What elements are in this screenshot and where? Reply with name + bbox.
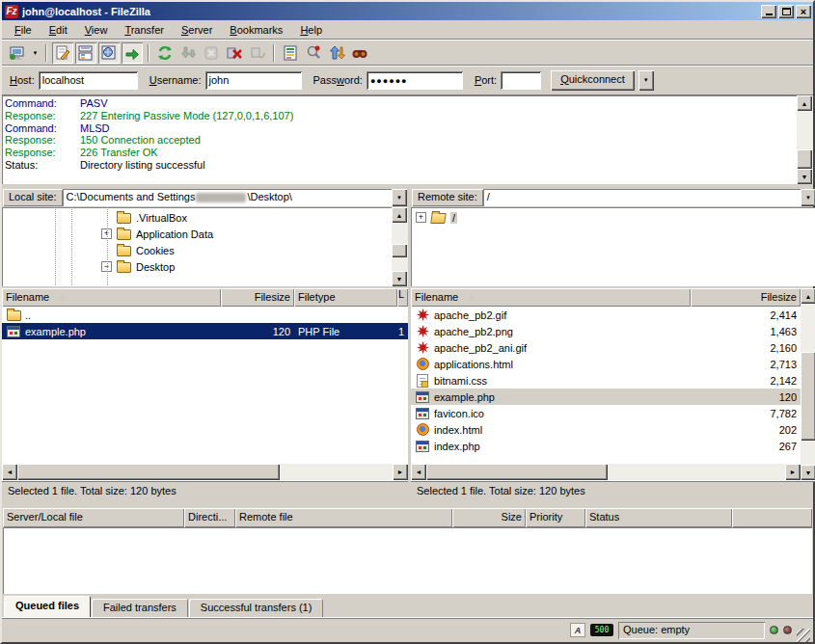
host-input[interactable]: localhost xyxy=(39,71,138,90)
remote-site-row: Remote site: / ▼ xyxy=(411,188,815,207)
quickconnect-dropdown-icon[interactable]: ▼ xyxy=(638,70,654,91)
log-scrollbar[interactable]: ▲ ▼ xyxy=(797,95,813,184)
toggle-message-log-icon[interactable] xyxy=(52,42,73,64)
close-button[interactable]: × xyxy=(796,5,811,18)
refresh-icon[interactable] xyxy=(154,42,176,64)
synchronized-browsing-icon[interactable] xyxy=(326,42,347,64)
scroll-down-icon[interactable]: ▼ xyxy=(801,465,815,480)
file-row[interactable]: apache_pb2_ani.gif2,160 xyxy=(411,339,801,356)
remote-horizontal-scrollbar[interactable]: ◄ ► xyxy=(411,464,801,480)
local-path-combobox[interactable]: C:\Documents and Settings\Desktop\ ▼ xyxy=(63,189,407,206)
reconnect-icon[interactable] xyxy=(247,42,268,64)
file-row[interactable]: applications.html2,713 xyxy=(411,356,801,372)
scroll-up-icon[interactable]: ▲ xyxy=(392,207,407,223)
scrollbar-thumb[interactable] xyxy=(426,464,608,480)
tree-item-application-data[interactable]: +Application Data xyxy=(2,226,392,242)
remote-directory-tree[interactable]: +/ xyxy=(411,207,815,286)
local-horizontal-scrollbar[interactable]: ◄ ► xyxy=(2,464,408,480)
local-site-row: Local site: C:\Documents and Settings\De… xyxy=(2,188,408,207)
disconnect-icon[interactable] xyxy=(224,42,245,64)
local-tree-scrollbar[interactable]: ▲ ▼ xyxy=(392,207,408,286)
menu-view[interactable]: View xyxy=(76,22,117,38)
column-filename[interactable]: Filename xyxy=(2,288,221,307)
scroll-up-icon[interactable]: ▲ xyxy=(801,288,815,304)
remote-vertical-scrollbar[interactable]: ▲ ▼ xyxy=(801,288,815,480)
cancel-operation-icon[interactable] xyxy=(201,42,222,64)
toggle-remote-tree-icon[interactable] xyxy=(98,42,120,64)
file-row[interactable]: favicon.ico7,782 xyxy=(411,405,801,421)
tree-item-root[interactable]: +/ xyxy=(411,209,815,226)
password-input[interactable]: ●●●●●● xyxy=(367,71,463,90)
port-input[interactable] xyxy=(501,71,541,90)
tree-item-virtualbox[interactable]: .VirtualBox xyxy=(2,209,392,226)
username-input[interactable]: john xyxy=(205,71,302,90)
tab-failed-transfers[interactable]: Failed transfers xyxy=(92,599,188,617)
menu-transfer[interactable]: Transfer xyxy=(116,22,173,38)
column-last-modified[interactable]: L xyxy=(397,288,408,307)
site-manager-dropdown-icon[interactable]: ▼ xyxy=(29,42,41,64)
file-row-selected[interactable]: example.php 120 PHP File 1 xyxy=(2,323,408,339)
scroll-right-icon[interactable]: ► xyxy=(393,464,408,480)
column-filesize[interactable]: Filesize xyxy=(691,288,801,307)
file-row[interactable]: index.html202 xyxy=(411,421,801,438)
column-direction[interactable]: Directi... xyxy=(184,508,235,527)
browser-panes: Local site: C:\Documents and Settings\De… xyxy=(2,188,813,500)
directory-comparison-icon[interactable] xyxy=(303,42,324,64)
process-queue-icon[interactable] xyxy=(177,42,199,64)
find-files-icon[interactable] xyxy=(349,42,370,64)
resize-grip[interactable] xyxy=(797,629,810,642)
column-status[interactable]: Status xyxy=(585,508,732,527)
scroll-right-icon[interactable]: ► xyxy=(785,464,801,480)
speed-limit-icon[interactable]: 500 xyxy=(590,624,613,636)
queue-body[interactable] xyxy=(3,527,812,594)
menu-server[interactable]: Server xyxy=(173,22,221,38)
toggle-transfer-queue-icon[interactable] xyxy=(122,42,143,64)
titlebar[interactable]: Fz john@localhost - FileZilla × xyxy=(2,2,813,20)
scrollbar-thumb[interactable] xyxy=(17,464,280,480)
menu-bookmarks[interactable]: Bookmarks xyxy=(221,22,291,38)
local-directory-tree[interactable]: .VirtualBox +Application Data Cookies −D… xyxy=(2,207,392,286)
column-size[interactable]: Size xyxy=(452,508,526,527)
column-filetype[interactable]: Filetype xyxy=(294,288,397,307)
scrollbar-thumb[interactable] xyxy=(797,149,812,169)
column-server-local-file[interactable]: Server/Local file xyxy=(3,508,184,527)
menu-help[interactable]: Help xyxy=(291,22,331,38)
toggle-local-tree-icon[interactable] xyxy=(75,42,96,64)
queue-splitter[interactable] xyxy=(2,500,813,508)
file-row[interactable]: bitnami.css2,142 xyxy=(411,372,801,389)
expand-icon[interactable]: + xyxy=(416,212,426,223)
file-row[interactable]: apache_pb2.png1,463 xyxy=(411,323,801,339)
parent-directory-row[interactable]: .. xyxy=(2,307,408,323)
filter-icon[interactable] xyxy=(280,42,301,64)
file-row-selected-inactive[interactable]: example.php120 xyxy=(411,389,801,405)
menu-edit[interactable]: Edit xyxy=(41,22,76,38)
scrollbar-thumb[interactable] xyxy=(392,244,407,257)
filezilla-logo-icon[interactable]: Fz xyxy=(5,5,18,18)
tree-item-cookies[interactable]: Cookies xyxy=(2,242,392,258)
tab-queued-files[interactable]: Queued files xyxy=(4,596,91,617)
tree-item-desktop[interactable]: −Desktop xyxy=(2,258,392,275)
maximize-button[interactable] xyxy=(778,5,794,18)
tab-successful-transfers[interactable]: Successful transfers (1) xyxy=(189,599,324,617)
site-manager-icon[interactable] xyxy=(7,42,28,64)
menu-file[interactable]: File xyxy=(6,22,41,38)
combo-dropdown-icon[interactable]: ▼ xyxy=(392,189,407,206)
apache-feather-icon xyxy=(415,341,430,354)
scroll-up-icon[interactable]: ▲ xyxy=(797,95,812,111)
column-priority[interactable]: Priority xyxy=(526,508,585,527)
scroll-down-icon[interactable]: ▼ xyxy=(797,169,812,184)
remote-path-combobox[interactable]: / ▼ xyxy=(483,189,815,206)
file-row[interactable]: index.php267 xyxy=(411,438,801,454)
scroll-left-icon[interactable]: ◄ xyxy=(411,464,426,480)
quickconnect-button[interactable]: Quickconnect xyxy=(551,70,635,91)
file-row[interactable]: apache_pb2.gif2,414 xyxy=(411,307,801,323)
scroll-left-icon[interactable]: ◄ xyxy=(2,464,17,480)
column-remote-file[interactable]: Remote file xyxy=(235,508,452,527)
combo-dropdown-icon[interactable]: ▼ xyxy=(801,189,815,206)
minimize-button[interactable] xyxy=(761,5,776,18)
column-filesize[interactable]: Filesize xyxy=(221,288,294,307)
scrollbar-thumb[interactable] xyxy=(801,352,815,441)
local-file-list: Filename Filesize Filetype L .. example.… xyxy=(2,288,408,480)
scroll-down-icon[interactable]: ▼ xyxy=(392,271,407,286)
column-filename[interactable]: Filename xyxy=(411,288,691,307)
